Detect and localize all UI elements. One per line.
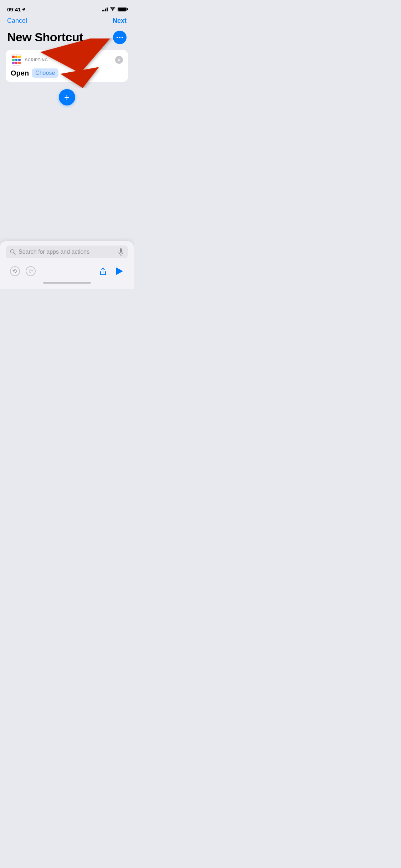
search-icon bbox=[10, 249, 16, 255]
bottom-toolbar bbox=[6, 263, 128, 279]
close-icon: × bbox=[118, 58, 120, 62]
play-icon bbox=[116, 267, 123, 275]
more-dots-icon bbox=[117, 37, 123, 38]
scripting-icon bbox=[11, 54, 22, 66]
location-icon bbox=[22, 7, 26, 11]
add-icon: + bbox=[64, 93, 70, 102]
redo-button[interactable] bbox=[23, 263, 38, 279]
card-category-label: SCRIPTING bbox=[25, 58, 48, 62]
time-display: 09:41 bbox=[7, 6, 21, 12]
next-button[interactable]: Next bbox=[113, 17, 127, 25]
page-title: New Shortcut bbox=[7, 30, 83, 44]
status-time: 09:41 bbox=[7, 6, 26, 12]
undo-icon bbox=[10, 266, 20, 276]
search-placeholder: Search for apps and actions bbox=[19, 249, 115, 255]
share-icon bbox=[99, 267, 107, 276]
card-header: SCRIPTING × bbox=[11, 54, 123, 66]
play-button[interactable] bbox=[111, 263, 127, 279]
signal-bars bbox=[102, 7, 108, 11]
status-bar: 09:41 bbox=[0, 0, 134, 16]
svg-marker-0 bbox=[22, 7, 26, 11]
bottom-panel: Search for apps and actions bbox=[0, 241, 134, 289]
more-options-button[interactable] bbox=[113, 31, 127, 44]
page-title-row: New Shortcut bbox=[0, 27, 134, 50]
status-icons bbox=[102, 7, 127, 11]
wifi-icon bbox=[110, 7, 115, 11]
redo-icon bbox=[26, 266, 36, 276]
share-button[interactable] bbox=[95, 263, 111, 279]
add-action-button[interactable]: + bbox=[59, 89, 75, 105]
svg-rect-4 bbox=[120, 248, 122, 253]
card-close-button[interactable]: × bbox=[115, 56, 123, 64]
cancel-button[interactable]: Cancel bbox=[7, 17, 27, 25]
home-indicator bbox=[43, 282, 91, 284]
open-label: Open bbox=[11, 69, 29, 77]
svg-line-3 bbox=[14, 253, 16, 255]
card-body: Open Choose bbox=[11, 68, 123, 78]
action-card: SCRIPTING × Open Choose bbox=[6, 50, 128, 82]
undo-button[interactable] bbox=[7, 263, 23, 279]
choose-button[interactable]: Choose bbox=[32, 68, 58, 78]
nav-bar: Cancel Next bbox=[0, 16, 134, 27]
search-bar[interactable]: Search for apps and actions bbox=[6, 246, 128, 258]
mic-icon bbox=[118, 248, 124, 255]
battery-icon bbox=[118, 7, 127, 11]
